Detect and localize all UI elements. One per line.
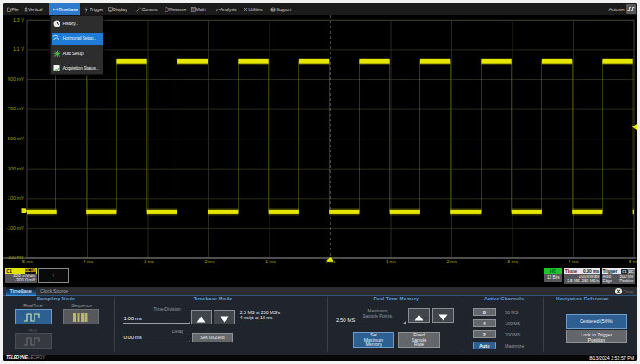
svg-text:?: ? (271, 8, 274, 12)
